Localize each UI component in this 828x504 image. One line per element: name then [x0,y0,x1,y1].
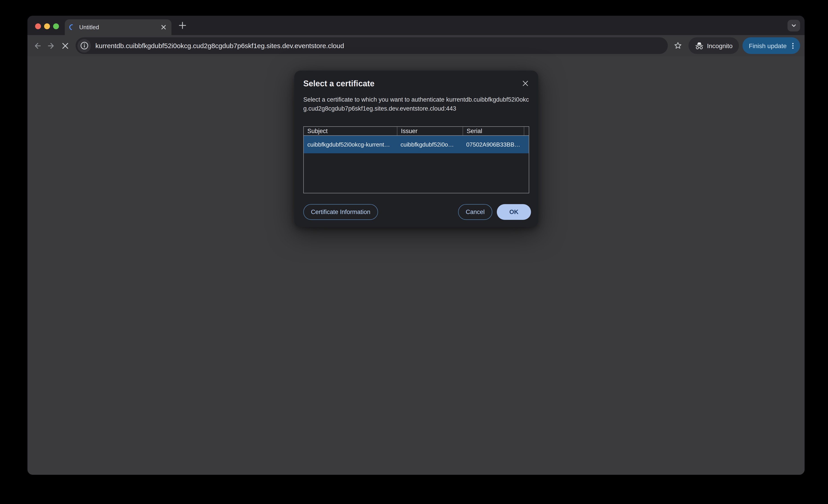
chevron-down-icon [791,22,797,29]
address-bar[interactable]: kurrentdb.cuibbfkgdubf52i0okcg.cud2g8cgd… [76,37,668,54]
close-window-button[interactable] [35,24,41,29]
certificate-information-button[interactable]: Certificate Information [303,204,378,220]
dialog-close-icon[interactable] [522,80,529,87]
finish-update-button[interactable]: Finish update [743,37,800,54]
new-tab-button[interactable] [178,21,187,30]
description-text: Select a certificate to which you want t… [303,96,444,103]
certificate-row-selected[interactable]: cuibbfkgdubf52i0okcg-kurrent… cuibbfkgdu… [304,136,529,153]
site-info-button[interactable] [77,39,91,52]
incognito-icon [695,41,704,50]
back-arrow-icon [33,41,42,50]
tab-overflow-button[interactable] [787,20,800,32]
stop-loading-button[interactable] [58,39,72,53]
forward-arrow-icon [47,41,55,50]
header-gutter-divider [524,127,524,135]
column-header-issuer: Issuer [397,127,463,135]
cell-issuer: cuibbfkgdubf52i0o… [397,141,463,148]
cell-serial: 07502A906B33BB… [463,141,529,148]
bookmark-button[interactable] [670,38,685,53]
dialog-footer: Certificate Information Cancel OK [303,204,531,220]
finish-update-label: Finish update [749,42,787,49]
toolbar: kurrentdb.cuibbfkgdubf52i0okcg.cud2g8cgd… [28,35,804,56]
browser-tab[interactable]: Untitled [65,19,171,35]
column-header-subject: Subject [304,127,397,135]
dialog-title: Select a certificate [303,79,374,89]
minimize-window-button[interactable] [44,24,50,29]
tab-title: Untitled [79,24,160,31]
site-info-icon [80,41,88,50]
loading-spinner-icon [68,23,76,31]
certificate-dialog: Select a certificate Select a certificat… [294,71,538,227]
screen: Untitled [0,0,828,504]
url-text: kurrentdb.cuibbfkgdubf52i0okcg.cud2g8cgd… [95,42,344,49]
forward-button[interactable] [44,39,58,53]
incognito-label: Incognito [707,42,733,49]
page-content: Select a certificate Select a certificat… [28,56,804,475]
column-header-serial: Serial [463,127,529,135]
cell-subject: cuibbfkgdubf52i0okcg-kurrent… [304,141,397,148]
tab-strip: Untitled [28,16,804,35]
back-button[interactable] [30,39,44,53]
tab-close-icon[interactable] [160,24,167,31]
stop-loading-icon [61,42,69,50]
ok-button[interactable]: OK [497,204,531,220]
table-header-row: Subject Issuer Serial [304,127,529,136]
cancel-button[interactable]: Cancel [458,204,492,220]
certificate-table: Subject Issuer Serial cuibbfkgdubf52i0ok… [303,126,529,193]
kebab-menu-icon[interactable] [789,42,797,50]
browser-window: Untitled [28,16,804,475]
bookmark-star-icon [673,41,682,50]
incognito-badge: Incognito [689,37,739,54]
zoom-window-button[interactable] [53,24,59,29]
window-controls [35,24,59,29]
dialog-description: Select a certificate to which you want t… [303,95,529,113]
